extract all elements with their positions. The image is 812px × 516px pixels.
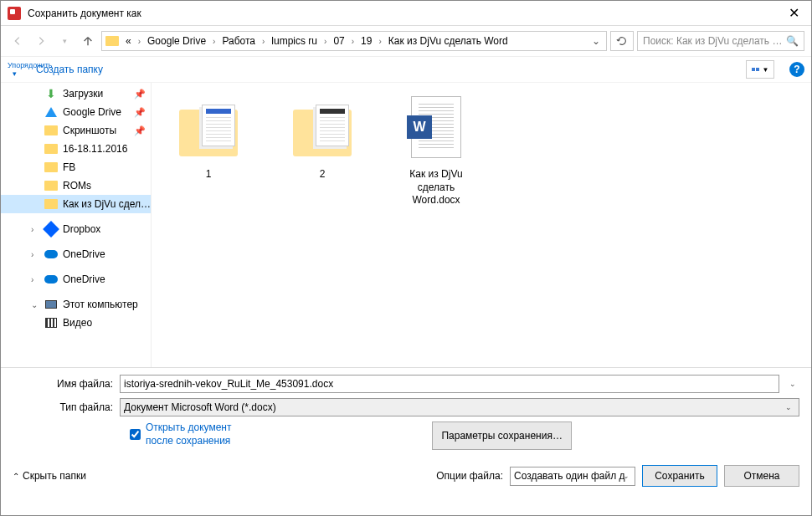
- tree-item[interactable]: ROMs: [1, 176, 151, 195]
- download-icon: ⬇: [44, 87, 58, 100]
- crumb-2[interactable]: Работа: [218, 35, 259, 47]
- forward-button[interactable]: [31, 31, 51, 51]
- search-placeholder: Поиск: Как из DjVu сделать …: [643, 35, 786, 47]
- filename-dropdown[interactable]: ⌄: [786, 380, 799, 388]
- toolbar: Упорядочить Создать папку ▼ ?: [1, 56, 811, 83]
- tree-item[interactable]: FB: [1, 158, 151, 176]
- up-button[interactable]: [78, 31, 98, 51]
- checkbox-label: Открыть документ после сохранения: [146, 421, 231, 447]
- folder-icon: [105, 36, 119, 46]
- help-button[interactable]: ?: [789, 62, 804, 77]
- expander-icon[interactable]: ⌄: [31, 300, 39, 309]
- file-options-value: Создавать один файл д: [514, 470, 625, 482]
- hide-folders-label: Скрыть папки: [23, 470, 86, 482]
- tree-item[interactable]: ›OneDrive: [1, 270, 151, 289]
- tree-item-label: 16-18.11.2016: [63, 143, 127, 155]
- navbar: ▾ «› Google Drive› Работа› lumpics ru› 0…: [1, 26, 811, 56]
- gdrive-icon: [44, 105, 58, 119]
- tree-item-label: Этот компьютер: [63, 299, 138, 310]
- new-folder-button[interactable]: Создать папку: [36, 64, 103, 75]
- folder-icon: [44, 124, 58, 137]
- file-list[interactable]: 12WКак из DjVu сделать Word.docx: [152, 83, 811, 367]
- chevron-down-icon: ⌄: [782, 403, 795, 411]
- file-item[interactable]: 1: [168, 96, 249, 181]
- tree-item[interactable]: ⬇Загрузки📌: [1, 84, 151, 103]
- expander-icon[interactable]: ›: [31, 225, 39, 234]
- pin-icon: 📌: [134, 107, 146, 118]
- back-button[interactable]: [8, 31, 28, 51]
- video-icon: [44, 316, 58, 330]
- chevron-icon: ›: [377, 37, 383, 46]
- file-options-select[interactable]: Создавать один файл д⌄: [510, 467, 635, 486]
- cancel-button[interactable]: Отмена: [724, 465, 799, 487]
- address-dropdown[interactable]: ⌄: [589, 35, 603, 47]
- filetype-select[interactable]: Документ Microsoft Word (*.docx) ⌄: [120, 398, 799, 416]
- tree-item[interactable]: ⌄Этот компьютер: [1, 295, 151, 314]
- file-caption: 2: [282, 168, 362, 181]
- chevron-icon: ›: [260, 37, 266, 46]
- organize-menu[interactable]: Упорядочить: [8, 61, 21, 78]
- chevron-icon: ›: [211, 37, 217, 46]
- tree-item-label: Как из DjVu сделать Word: [63, 198, 151, 210]
- pin-icon: 📌: [134, 89, 146, 100]
- tree-item-label: ROMs: [63, 180, 91, 192]
- crumb-1[interactable]: Google Drive: [144, 35, 209, 47]
- tree-item[interactable]: Google Drive📌: [1, 103, 151, 121]
- pc-icon: [44, 298, 58, 311]
- tree-item-label: OneDrive: [63, 248, 105, 260]
- crumb-6[interactable]: Как из DjVu сделать Word: [385, 35, 511, 47]
- tree-item-label: Dropbox: [63, 223, 100, 235]
- save-button[interactable]: Сохранить: [642, 465, 717, 487]
- chevron-icon: ›: [136, 37, 142, 46]
- close-button[interactable]: ✕: [784, 5, 804, 21]
- tree-item[interactable]: Скриншоты📌: [1, 121, 151, 140]
- dropbox-icon: [44, 222, 58, 236]
- word-icon: W: [407, 115, 432, 139]
- crumb-ellipsis[interactable]: «: [122, 35, 135, 47]
- hide-folders-button[interactable]: ⌃ Скрыть папки: [13, 470, 86, 482]
- expander-icon[interactable]: ›: [31, 250, 39, 259]
- search-icon: 🔍: [786, 35, 799, 47]
- tree-item[interactable]: ›OneDrive: [1, 245, 151, 263]
- folder-icon: [44, 179, 58, 192]
- filetype-value: Документ Microsoft Word (*.docx): [124, 401, 782, 413]
- folder-icon: [44, 142, 58, 156]
- file-item[interactable]: WКак из DjVu сделать Word.docx: [396, 96, 476, 207]
- file-item[interactable]: 2: [282, 96, 362, 181]
- file-caption: Как из DjVu сделать Word.docx: [396, 168, 476, 207]
- address-bar[interactable]: «› Google Drive› Работа› lumpics ru› 07›…: [101, 31, 607, 51]
- tree-item[interactable]: Как из DjVu сделать Word: [1, 195, 151, 213]
- tree-item-label: OneDrive: [63, 273, 105, 285]
- window-title: Сохранить документ как: [28, 8, 784, 19]
- expander-icon[interactable]: ›: [31, 275, 39, 284]
- titlebar: Сохранить документ как ✕: [1, 1, 811, 26]
- onedrive-icon: [44, 273, 58, 286]
- crumb-4[interactable]: 07: [330, 35, 347, 47]
- footer: Имя файла: ⌄ Тип файла: Документ Microso…: [1, 367, 811, 497]
- file-options-label: Опции файла:: [436, 470, 503, 482]
- tree-item[interactable]: Видео: [1, 314, 151, 332]
- onedrive-icon: [44, 248, 58, 261]
- search-input[interactable]: Поиск: Как из DjVu сделать … 🔍: [637, 31, 804, 51]
- chevron-down-icon: ⌄: [619, 472, 633, 480]
- open-after-save-checkbox[interactable]: Открыть документ после сохранения: [130, 421, 231, 447]
- checkbox-input[interactable]: [130, 421, 141, 447]
- tree-item-label: Скриншоты: [63, 125, 116, 136]
- recent-dropdown[interactable]: ▾: [54, 31, 75, 51]
- crumb-3[interactable]: lumpics ru: [268, 35, 321, 47]
- tree-item-label: FB: [63, 161, 75, 173]
- refresh-button[interactable]: [610, 31, 634, 51]
- save-params-button[interactable]: Параметры сохранения…: [432, 421, 571, 450]
- view-mode-button[interactable]: ▼: [746, 60, 774, 79]
- file-caption: 1: [168, 168, 249, 181]
- pin-icon: 📌: [134, 125, 146, 136]
- filename-input[interactable]: [120, 375, 779, 393]
- folder-icon: [44, 197, 58, 211]
- tree-sidebar: ⬇Загрузки📌Google Drive📌Скриншоты📌16-18.1…: [1, 83, 152, 367]
- tree-item[interactable]: ›Dropbox: [1, 220, 151, 238]
- chevron-icon: ›: [322, 37, 328, 46]
- chevron-up-icon: ⌃: [13, 472, 19, 481]
- crumb-5[interactable]: 19: [357, 35, 375, 47]
- filetype-label: Тип файла:: [13, 401, 113, 413]
- tree-item[interactable]: 16-18.11.2016: [1, 140, 151, 158]
